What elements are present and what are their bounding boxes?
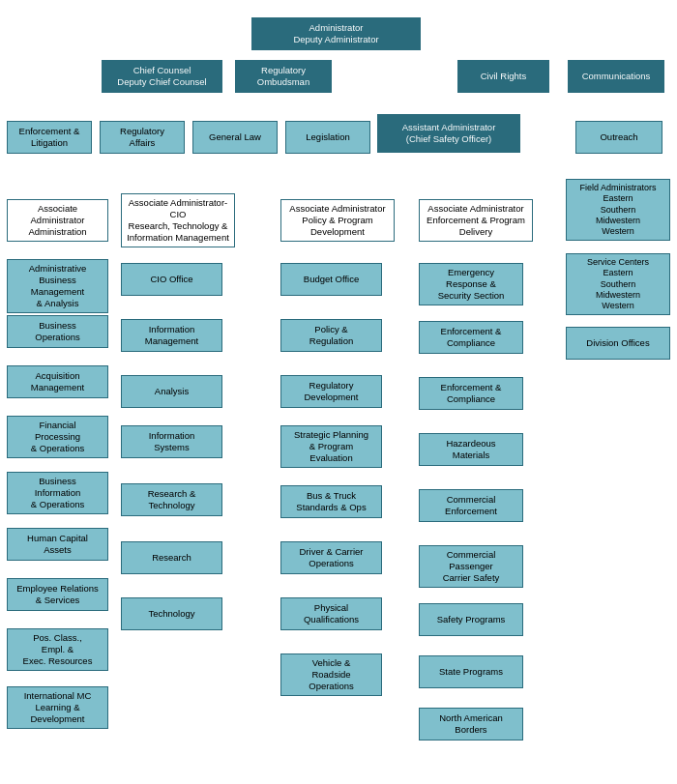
communications-node: Communications: [568, 60, 664, 93]
commercial-passenger-node: CommercialPassengerCarrier Safety: [419, 545, 523, 588]
enforce-comply-node: Enforcement &Compliance: [419, 321, 523, 354]
assoc-enforcement-node: Associate AdministratorEnforcement & Pro…: [419, 199, 533, 242]
technology-node: Technology: [121, 597, 222, 630]
general-law-node: General Law: [192, 121, 278, 154]
info-systems-node: InformationSystems: [121, 425, 222, 458]
biz-info-node: BusinessInformation& Operations: [7, 472, 108, 514]
assoc-cio-node: Associate Administrator-CIOResearch, Tec…: [121, 193, 235, 247]
info-mgmt-node: InformationManagement: [121, 319, 222, 352]
commercial-enforce-node: CommercialEnforcement: [419, 489, 523, 522]
policy-reg-node: Policy &Regulation: [280, 319, 382, 352]
assoc-admin-node: Associate AdministratorAdministration: [7, 199, 108, 242]
acq-mgmt-node: AcquisitionManagement: [7, 365, 108, 398]
budget-office-node: Budget Office: [280, 263, 382, 296]
legislation-node: Legislation: [285, 121, 370, 154]
emergency-node: EmergencyResponse &Security Section: [419, 263, 523, 305]
strategic-plan-node: Strategic Planning& ProgramEvaluation: [280, 425, 382, 468]
admin-biz-node: AdministrativeBusiness Management& Analy…: [7, 259, 108, 313]
outreach-node: Outreach: [575, 121, 662, 154]
enforcement-litigation-node: Enforcement &Litigation: [7, 121, 92, 154]
driver-carrier-node: Driver & CarrierOperations: [280, 541, 382, 574]
civil-rights-node: Civil Rights: [457, 60, 549, 93]
field-admins-node: Field AdministratorsEasternSouthernMidwe…: [566, 179, 670, 241]
north-american-node: North AmericanBorders: [419, 708, 523, 740]
chief-counsel-node: Chief CounselDeputy Chief Counsel: [102, 60, 222, 93]
admin-node: AdministratorDeputy Administrator: [251, 17, 421, 50]
human-capital-node: Human CapitalAssets: [7, 528, 108, 561]
intl-mc-node: International MCLearning &Development: [7, 686, 108, 729]
safety-programs-node: Safety Programs: [419, 603, 523, 636]
service-centers-node: Service CentersEasternSouthernMidwestern…: [566, 253, 670, 315]
physical-qual-node: PhysicalQualifications: [280, 597, 382, 630]
bus-truck-node: Bus & TruckStandards & Ops: [280, 485, 382, 518]
assistant-admin-node: Assistant Administrator(Chief Safety Off…: [377, 114, 520, 153]
cio-office-node: CIO Office: [121, 263, 222, 296]
research-node: Research: [121, 541, 222, 574]
employee-rel-node: Employee Relations& Services: [7, 578, 108, 611]
division-offices-node: Division Offices: [566, 327, 670, 360]
pos-class-node: Pos. Class.,Empl. &Exec. Resources: [7, 628, 108, 671]
regulatory-ombudsman-node: RegulatoryOmbudsman: [235, 60, 332, 93]
hazardous-node: HazardeousMaterials: [419, 433, 523, 466]
assoc-policy-node: Associate AdministratorPolicy & ProgramD…: [280, 199, 395, 242]
analysis-node: Analysis: [121, 375, 222, 408]
reg-dev-node: RegulatoryDevelopment: [280, 375, 382, 408]
vehicle-roadside-node: Vehicle &RoadsideOperations: [280, 653, 382, 696]
regulatory-affairs-node: RegulatoryAffairs: [100, 121, 185, 154]
biz-ops-node: BusinessOperations: [7, 315, 108, 348]
org-chart: AdministratorDeputy Administrator Chief …: [0, 0, 677, 19]
research-tech-node: Research &Technology: [121, 483, 222, 516]
fin-proc-node: FinancialProcessing& Operations: [7, 416, 108, 458]
enforce-comply2-node: Enforcement &Compliance: [419, 377, 523, 410]
state-programs-node: State Programs: [419, 655, 523, 688]
